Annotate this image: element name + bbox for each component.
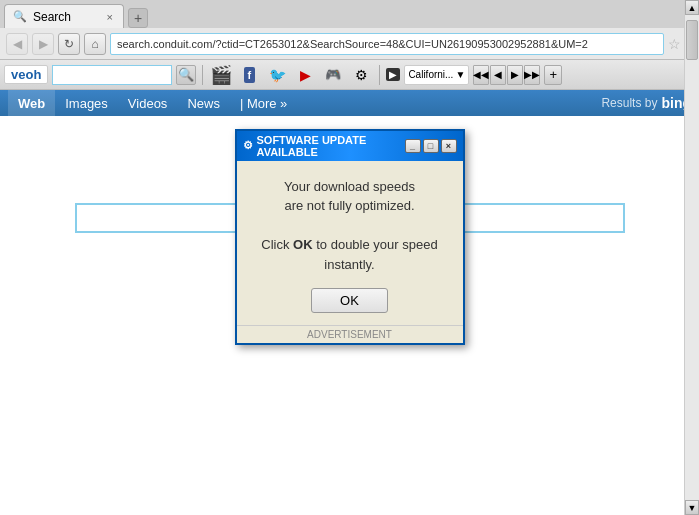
tab-close-btn[interactable]: × bbox=[107, 11, 113, 23]
toolbar-games-icon[interactable]: 🎮 bbox=[321, 64, 345, 86]
conduit-toolbar: veoh 🔍 🎬 f 🐦 ▶ 🎮 ⚙ ▶ Californi... ▼ ◀◀ ◀… bbox=[0, 60, 699, 90]
bing-results-by: Results by bing bbox=[601, 95, 691, 111]
toolbar-nav-double-back[interactable]: ◀◀ bbox=[473, 65, 489, 85]
toolbar-nav-back[interactable]: ◀ bbox=[490, 65, 506, 85]
tab-search[interactable]: 🔍 Search × bbox=[4, 4, 124, 28]
toolbar-media-controls: ▶ bbox=[386, 68, 400, 81]
refresh-button[interactable]: ↻ bbox=[58, 33, 80, 55]
bookmark-star[interactable]: ☆ bbox=[668, 36, 681, 52]
toolbar-video-icon[interactable]: ▶ bbox=[293, 64, 317, 86]
toolbar-divider-1 bbox=[202, 65, 203, 85]
scrollbar-down-button[interactable]: ▼ bbox=[685, 500, 699, 515]
popup-body: Your download speeds are not fully optim… bbox=[237, 161, 463, 326]
back-button[interactable]: ◀ bbox=[6, 33, 28, 55]
toolbar-nav-double-forward[interactable]: ▶▶ bbox=[524, 65, 540, 85]
popup-window-controls: _ □ × bbox=[405, 139, 457, 153]
toolbar-apps-icon[interactable]: ⚙ bbox=[349, 64, 373, 86]
software-update-popup: ⚙ SOFTWARE UPDATE AVAILABLE _ □ × Your d… bbox=[235, 129, 465, 346]
navigation-bar: ◀ ▶ ↻ ⌂ search.conduit.com/?ctid=CT26530… bbox=[0, 28, 699, 60]
popup-title: SOFTWARE UPDATE AVAILABLE bbox=[257, 134, 401, 158]
toolbar-plus-button[interactable]: + bbox=[544, 65, 562, 85]
browser-window: 🔍 Search × + ◀ ▶ ↻ ⌂ search.conduit.com/… bbox=[0, 0, 699, 515]
bing-navigation-bar: Web Images Videos News | More » Results … bbox=[0, 90, 699, 116]
popup-overlay: ⚙ SOFTWARE UPDATE AVAILABLE _ □ × Your d… bbox=[0, 116, 699, 278]
popup-close-button[interactable]: × bbox=[441, 139, 457, 153]
scrollbar-track[interactable] bbox=[685, 15, 699, 500]
nav-item-videos[interactable]: Videos bbox=[118, 90, 178, 116]
scrollbar-thumb[interactable] bbox=[686, 20, 698, 60]
toolbar-location-dropdown[interactable]: Californi... ▼ bbox=[404, 65, 469, 85]
popup-titlebar: ⚙ SOFTWARE UPDATE AVAILABLE _ □ × bbox=[237, 131, 463, 161]
toolbar-facebook-icon[interactable]: f bbox=[237, 64, 261, 86]
popup-gear-icon: ⚙ bbox=[243, 139, 253, 152]
toolbar-film-icon[interactable]: 🎬 bbox=[209, 64, 233, 86]
forward-button[interactable]: ▶ bbox=[32, 33, 54, 55]
tab-label: Search bbox=[33, 10, 71, 24]
dropdown-arrow-icon: ▼ bbox=[455, 69, 465, 80]
toolbar-twitter-icon[interactable]: 🐦 bbox=[265, 64, 289, 86]
toolbar-search-icon[interactable]: 🔍 bbox=[176, 65, 196, 85]
toolbar-nav-buttons: ◀◀ ◀ ▶ ▶▶ bbox=[473, 65, 540, 85]
tab-favicon: 🔍 bbox=[13, 10, 27, 23]
toolbar-search-input[interactable] bbox=[52, 65, 172, 85]
toolbar-nav-forward[interactable]: ▶ bbox=[507, 65, 523, 85]
popup-ok-button[interactable]: OK bbox=[311, 288, 388, 313]
new-tab-button[interactable]: + bbox=[128, 8, 148, 28]
popup-message: Your download speeds are not fully optim… bbox=[253, 177, 447, 275]
toolbar-location-text: Californi... bbox=[408, 69, 453, 80]
main-content: 🔍 veoh Search ⚙ SOFTWARE UPDATE AVAILABL… bbox=[0, 116, 699, 278]
page-scrollbar: ▲ ▼ bbox=[684, 0, 699, 515]
popup-ok-bold: OK bbox=[293, 237, 313, 252]
popup-minimize-button[interactable]: _ bbox=[405, 139, 421, 153]
toolbar-veoh-logo: veoh bbox=[4, 65, 48, 84]
address-bar[interactable]: search.conduit.com/?ctid=CT2653012&Searc… bbox=[110, 33, 664, 55]
address-text: search.conduit.com/?ctid=CT2653012&Searc… bbox=[117, 38, 588, 50]
toolbar-divider-2 bbox=[379, 65, 380, 85]
scrollbar-up-button[interactable]: ▲ bbox=[685, 0, 699, 15]
nav-item-news[interactable]: News bbox=[177, 90, 230, 116]
nav-item-more[interactable]: | More » bbox=[230, 90, 297, 116]
home-button[interactable]: ⌂ bbox=[84, 33, 106, 55]
nav-item-images[interactable]: Images bbox=[55, 90, 118, 116]
nav-item-web[interactable]: Web bbox=[8, 90, 55, 116]
popup-restore-button[interactable]: □ bbox=[423, 139, 439, 153]
popup-ad-label: ADVERTISEMENT bbox=[237, 325, 463, 343]
tab-bar: 🔍 Search × + bbox=[0, 0, 699, 28]
